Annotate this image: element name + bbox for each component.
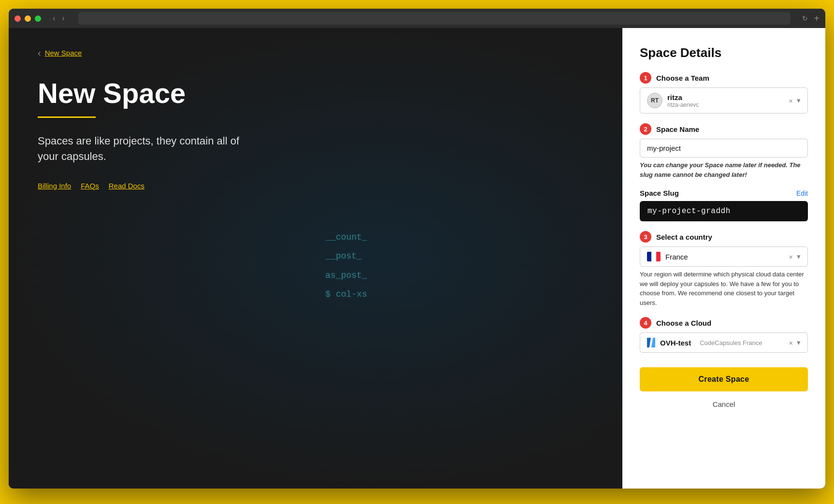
space-details-panel: Space Details 1 Choose a Team RT ritza r…: [622, 28, 825, 489]
country-select[interactable]: France × ▾: [640, 246, 808, 267]
space-name-section: 2 Space Name You can change your Space n…: [640, 123, 808, 179]
team-select-controls: × ▾: [789, 96, 801, 105]
cloud-dropdown-icon[interactable]: ▾: [797, 338, 801, 347]
add-tab-button[interactable]: +: [814, 13, 820, 24]
choose-cloud-label: Choose a Cloud: [656, 319, 711, 327]
country-dropdown-icon[interactable]: ▾: [797, 252, 801, 261]
breadcrumb-link[interactable]: New Space: [45, 49, 82, 57]
left-panel: __count_ __post_ as_post_ $ col-xs ‹ New…: [9, 28, 622, 489]
yellow-divider: [38, 116, 96, 118]
close-button[interactable]: [14, 15, 21, 22]
browser-window: ‹ › ↻ + __count_ __post_ as_post_ $ col-…: [9, 9, 825, 489]
cancel-button[interactable]: Cancel: [640, 397, 808, 411]
slug-value: my-project-graddh: [640, 201, 808, 221]
choose-team-label: Choose a Team: [656, 74, 709, 82]
slug-header: Space Slug Edit: [640, 189, 808, 197]
country-select-controls: × ▾: [789, 252, 801, 261]
team-dropdown-icon[interactable]: ▾: [797, 96, 801, 105]
space-name-header: 2 Space Name: [640, 123, 808, 135]
team-clear-icon[interactable]: ×: [789, 97, 793, 105]
footer-links: Billing Info FAQs Read Docs: [38, 182, 593, 190]
region-hint: Your region will determine which physica…: [640, 270, 808, 307]
team-name: ritza: [667, 93, 699, 101]
team-select-left: RT ritza ritza-aenevc: [647, 93, 699, 108]
team-select[interactable]: RT ritza ritza-aenevc × ▾: [640, 87, 808, 114]
cloud-name: OVH-test: [660, 339, 691, 347]
choose-team-section: 1 Choose a Team RT ritza ritza-aenevc × …: [640, 72, 808, 114]
space-name-input[interactable]: [640, 139, 808, 158]
address-bar[interactable]: [78, 12, 791, 25]
country-section-header: 3 Select a country: [640, 231, 808, 243]
edit-slug-button[interactable]: Edit: [796, 189, 808, 197]
modal-title: Space Details: [640, 45, 808, 60]
maximize-button[interactable]: [35, 15, 41, 22]
minimize-button[interactable]: [25, 15, 31, 22]
cloud-subtitle: CodeCapsules France: [700, 339, 762, 346]
step4-badge: 4: [640, 317, 651, 329]
cloud-select-controls: × ▾: [789, 338, 801, 347]
cloud-select-left: OVH-test CodeCapsules France: [647, 338, 762, 347]
step2-badge: 2: [640, 123, 651, 135]
read-docs-link[interactable]: Read Docs: [109, 182, 144, 190]
code-decoration: __count_ __post_ as_post_ $ col-xs: [325, 228, 367, 304]
team-info: ritza ritza-aenevc: [667, 93, 699, 108]
cloud-select[interactable]: OVH-test CodeCapsules France × ▾: [640, 332, 808, 353]
description-text: Spaces are like projects, they contain a…: [38, 133, 241, 164]
team-username: ritza-aenevc: [667, 101, 699, 108]
france-flag-icon: [647, 252, 661, 261]
space-name-label: Space Name: [656, 125, 699, 133]
space-slug-label: Space Slug: [640, 189, 679, 197]
left-content: ‹ New Space New Space Spaces are like pr…: [38, 47, 593, 190]
titlebar: ‹ › ↻ +: [9, 9, 825, 28]
country-clear-icon[interactable]: ×: [789, 253, 793, 261]
create-space-button[interactable]: Create Space: [640, 367, 808, 391]
select-country-label: Select a country: [656, 233, 712, 241]
faqs-link[interactable]: FAQs: [81, 182, 99, 190]
page-title: New Space: [38, 78, 593, 109]
country-name: France: [665, 253, 688, 261]
team-section-header: 1 Choose a Team: [640, 72, 808, 84]
space-name-hint: You can change your Space name later if …: [640, 160, 808, 179]
breadcrumb: ‹ New Space: [38, 47, 593, 58]
billing-info-link[interactable]: Billing Info: [38, 182, 71, 190]
team-avatar: RT: [647, 93, 662, 108]
country-section: 3 Select a country France × ▾: [640, 231, 808, 307]
ovh-logo-icon: [647, 338, 655, 347]
step3-badge: 3: [640, 231, 651, 243]
forward-nav-button[interactable]: ›: [60, 13, 66, 24]
refresh-button[interactable]: ↻: [802, 14, 808, 22]
back-nav-button[interactable]: ‹: [51, 13, 57, 24]
cloud-clear-icon[interactable]: ×: [789, 339, 793, 347]
cloud-section-header: 4 Choose a Cloud: [640, 317, 808, 329]
back-arrow-icon[interactable]: ‹: [38, 47, 41, 58]
country-select-left: France: [647, 252, 688, 261]
space-slug-section: Space Slug Edit my-project-graddh: [640, 189, 808, 221]
cloud-section: 4 Choose a Cloud OVH-test CodeCapsules F…: [640, 317, 808, 353]
step1-badge: 1: [640, 72, 651, 84]
main-content: __count_ __post_ as_post_ $ col-xs ‹ New…: [9, 28, 825, 489]
